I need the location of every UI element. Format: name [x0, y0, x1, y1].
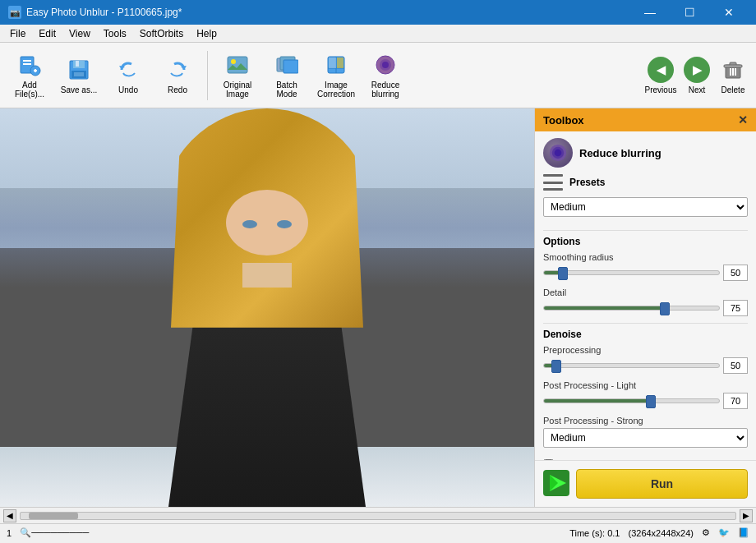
reduce-blur-icon	[372, 52, 399, 78]
run-button[interactable]: Run	[576, 469, 748, 499]
menu-edit[interactable]: Edit	[32, 26, 62, 41]
detail-thumb[interactable]	[660, 302, 670, 315]
separator-1	[207, 51, 208, 100]
reduce-blurring-label: Reduce blurring	[366, 81, 404, 99]
save-as-button[interactable]: Save as...	[56, 47, 102, 104]
presets-icon	[543, 174, 563, 191]
undo-button[interactable]: Undo	[105, 47, 151, 104]
menu-tools[interactable]: Tools	[97, 26, 133, 41]
next-button[interactable]: ▶ Next	[680, 47, 713, 104]
menu-help[interactable]: Help	[190, 26, 224, 41]
previous-button[interactable]: ◀ Previous	[644, 47, 677, 104]
post-processing-light-fill	[544, 399, 652, 403]
toolbox-body: Reduce blurring Presets Low Medium High …	[535, 131, 756, 460]
smoothing-radius-track[interactable]	[543, 270, 720, 275]
presets-row: Presets	[543, 174, 748, 191]
run-button-label: Run	[651, 477, 673, 490]
post-processing-strong-label: Post Processing - Strong	[543, 416, 748, 426]
titlebar-left: 📷 Easy Photo Unblur - P1100665.jpg*	[8, 6, 182, 19]
batch-mode-button[interactable]: Batch Mode	[264, 47, 310, 104]
effect-header-row: Reduce blurring	[543, 138, 748, 168]
smoothing-radius-thumb[interactable]	[558, 267, 568, 280]
image-correction-label: Image Correction	[317, 81, 355, 99]
statusbar: 1 🔍───────── Time (s): 0.1 (3264x2448x24…	[0, 523, 756, 541]
toolbox-close-button[interactable]: ✕	[738, 113, 748, 127]
delete-label: Delete	[721, 85, 745, 94]
previous-icon: ◀	[648, 57, 674, 83]
post-processing-light-track[interactable]	[543, 398, 720, 403]
detail-fill	[544, 306, 666, 310]
svg-rect-5	[35, 69, 36, 72]
svg-point-23	[382, 62, 389, 68]
post-processing-light-value: 70	[723, 393, 748, 409]
menu-file[interactable]: File	[3, 26, 32, 41]
svg-rect-26	[724, 65, 742, 67]
menubar: File Edit View Tools SoftOrbits Help	[0, 25, 756, 43]
preprocessing-label: Preprocessing	[543, 345, 748, 355]
detail-row: 75	[543, 300, 748, 316]
detail-container: Detail 75	[543, 288, 748, 316]
dimensions-display: (3264x2448x24)	[628, 528, 694, 538]
image-correction-button[interactable]: Image Correction	[313, 47, 359, 104]
save-as-label: Save as...	[61, 85, 97, 94]
toolbox-panel: Toolbox ✕ Reduce blurring	[534, 108, 756, 507]
main-content: Toolbox ✕ Reduce blurring	[0, 108, 756, 507]
next-label: Next	[689, 85, 706, 94]
post-processing-light-row: 70	[543, 393, 748, 409]
image-area[interactable]	[0, 108, 534, 507]
close-button[interactable]: ✕	[710, 0, 748, 25]
titlebar-title: Easy Photo Unblur - P1100665.jpg*	[26, 7, 182, 18]
maximize-button[interactable]: ☐	[671, 0, 708, 25]
scroll-right-button[interactable]: ▶	[740, 509, 753, 522]
previous-label: Previous	[645, 85, 677, 94]
smoothing-radius-row: 50	[543, 265, 748, 281]
preprocessing-container: Preprocessing 50	[543, 345, 748, 374]
menu-softorbits[interactable]: SoftOrbits	[133, 26, 190, 41]
add-file-icon	[16, 52, 43, 78]
original-image-button[interactable]: Original Image	[214, 47, 260, 104]
scroll-left-button[interactable]: ◀	[3, 509, 16, 522]
scroll-track[interactable]	[20, 512, 736, 520]
app-icon: 📷	[8, 6, 21, 19]
reduce-blurring-button[interactable]: Reduce blurring	[362, 47, 408, 104]
minimize-button[interactable]: —	[631, 0, 669, 25]
detail-track[interactable]	[543, 306, 720, 311]
scroll-thumb[interactable]	[29, 513, 78, 519]
run-icon	[543, 470, 569, 499]
photo-display	[0, 108, 534, 507]
preprocessing-thumb[interactable]	[551, 360, 561, 373]
settings-icon[interactable]: ⚙	[702, 527, 710, 538]
svg-rect-10	[74, 72, 84, 76]
menu-view[interactable]: View	[62, 26, 97, 41]
detail-value: 75	[723, 300, 748, 316]
batch-mode-label: Batch Mode	[268, 81, 306, 99]
titlebar: 📷 Easy Photo Unblur - P1100665.jpg* — ☐ …	[0, 0, 756, 25]
post-processing-light-label: Post Processing - Light	[543, 380, 748, 390]
add-files-button[interactable]: Add File(s)...	[7, 47, 53, 104]
effect-name: Reduce blurring	[579, 147, 662, 159]
delete-button[interactable]: Delete	[717, 47, 749, 104]
presets-select[interactable]: Low Medium High Custom	[543, 197, 748, 217]
delete-icon	[720, 57, 746, 83]
svg-rect-15	[284, 60, 298, 73]
person-eyes	[242, 220, 292, 228]
post-processing-light-thumb[interactable]	[646, 395, 656, 408]
redo-icon	[164, 57, 191, 83]
run-area: Run	[535, 460, 756, 507]
redo-button[interactable]: Redo	[154, 47, 201, 104]
detail-label: Detail	[543, 288, 748, 297]
smoothing-radius-container: Smoothing radius 50	[543, 252, 748, 281]
smoothing-radius-value: 50	[723, 265, 748, 281]
svg-rect-20	[337, 58, 343, 68]
toolbox-header: Toolbox ✕	[535, 108, 756, 131]
presets-label: Presets	[569, 177, 605, 188]
horizontal-scrollbar: ◀ ▶	[0, 507, 756, 523]
svg-rect-1	[23, 60, 31, 62]
original-image-label: Original Image	[219, 81, 256, 99]
social-icon-1[interactable]: 🐦	[718, 527, 730, 538]
add-files-label: Add File(s)...	[11, 81, 48, 99]
social-icon-2[interactable]: 📘	[738, 527, 749, 538]
preprocessing-row: 50	[543, 357, 748, 374]
preprocessing-track[interactable]	[543, 363, 720, 368]
post-processing-strong-select[interactable]: Low Medium High	[543, 428, 748, 448]
